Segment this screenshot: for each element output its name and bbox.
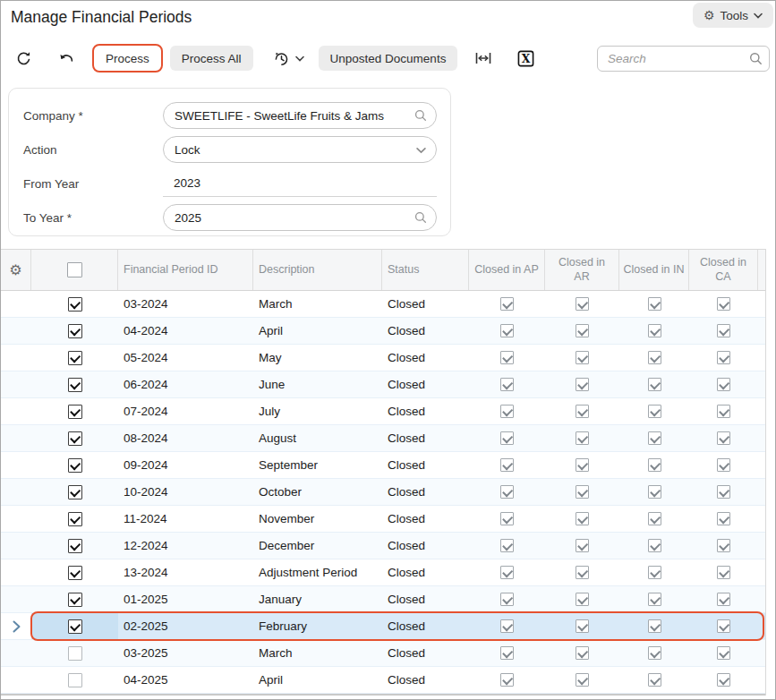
export-excel-button[interactable]: X — [516, 48, 536, 69]
row-checkbox[interactable] — [68, 619, 82, 634]
schedule-dropdown-button[interactable] — [294, 54, 306, 64]
select-all-checkbox[interactable] — [67, 262, 82, 277]
cell-closed-in-in — [619, 640, 689, 666]
closed-in-in-checkbox — [648, 431, 661, 445]
table-row[interactable]: 03-2025 March Closed — [1, 640, 765, 667]
schedule-icon — [273, 50, 290, 67]
table-row[interactable]: 08-2024 August Closed — [1, 425, 765, 452]
grid-settings-button[interactable]: ⚙ — [1, 250, 31, 290]
cell-description: June — [253, 371, 382, 397]
cell-description: March — [253, 640, 382, 666]
row-select-cell[interactable] — [31, 640, 118, 666]
column-header-description[interactable]: Description — [253, 250, 382, 290]
row-checkbox[interactable] — [68, 458, 82, 473]
to-year-input[interactable] — [163, 204, 437, 231]
schedule-button[interactable] — [271, 48, 292, 69]
table-row[interactable]: 11-2024 November Closed — [1, 506, 765, 533]
row-select-cell[interactable] — [31, 586, 118, 612]
row-checkbox[interactable] — [68, 378, 82, 392]
row-checkbox[interactable] — [68, 431, 82, 446]
company-label: Company * — [23, 109, 163, 123]
lookup-icon[interactable] — [414, 211, 427, 224]
cell-closed-in-ap — [469, 291, 545, 317]
process-all-button[interactable]: Process All — [170, 46, 253, 71]
cell-closed-in-ca — [689, 371, 758, 397]
row-select-cell[interactable] — [31, 667, 118, 693]
table-row[interactable]: 13-2024 Adjustment Period Closed — [1, 559, 765, 586]
row-select-cell[interactable] — [31, 318, 118, 344]
grid-body: 03-2024 March Closed 04-2024 April Close… — [1, 291, 765, 694]
table-row[interactable]: 01-2025 January Closed — [1, 586, 765, 613]
closed-in-ar-checkbox — [576, 593, 589, 606]
row-select-cell[interactable] — [31, 479, 118, 505]
action-select[interactable]: Lock — [163, 136, 437, 163]
tools-button[interactable]: ⚙ Tools — [693, 3, 773, 28]
row-select-cell[interactable] — [31, 345, 118, 371]
row-checkbox[interactable] — [68, 566, 82, 580]
cell-description: July — [253, 398, 382, 424]
closed-in-in-checkbox — [648, 619, 661, 633]
row-select-cell[interactable] — [31, 506, 118, 532]
table-row[interactable]: 07-2024 July Closed — [1, 398, 765, 425]
table-row[interactable]: 12-2024 December Closed — [1, 533, 765, 559]
filter-panel: Company * Action Lock From Year 2023 To … — [8, 88, 451, 236]
cell-closed-in-ca — [689, 506, 758, 532]
table-row[interactable]: 04-2025 April Closed — [1, 667, 765, 694]
row-select-cell[interactable] — [31, 425, 118, 451]
cell-closed-in-ar — [545, 559, 619, 585]
row-checkbox[interactable] — [68, 539, 82, 553]
row-select-cell[interactable] — [31, 613, 118, 639]
column-header-closed-in-ca[interactable]: Closed in CA — [689, 250, 758, 290]
column-header-financial-period-id[interactable]: Financial Period ID — [118, 250, 253, 290]
row-checkbox[interactable] — [68, 673, 82, 687]
column-header-status[interactable]: Status — [382, 250, 469, 290]
row-checkbox[interactable] — [68, 646, 82, 661]
cell-financial-period-id: 01-2025 — [118, 586, 253, 612]
row-checkbox[interactable] — [68, 593, 82, 607]
table-row[interactable]: 02-2025 February Closed — [1, 613, 765, 640]
closed-in-ca-checkbox — [717, 297, 730, 311]
cell-closed-in-ar — [545, 371, 619, 397]
cell-closed-in-ap — [469, 371, 545, 397]
row-select-cell[interactable] — [31, 398, 118, 424]
cell-closed-in-in — [619, 506, 689, 532]
cell-financial-period-id: 03-2024 — [118, 291, 253, 317]
column-header-closed-in-ap[interactable]: Closed in AP — [469, 250, 545, 290]
unposted-documents-button[interactable]: Unposted Documents — [319, 46, 458, 71]
table-row[interactable]: 04-2024 April Closed — [1, 318, 765, 345]
row-checkbox[interactable] — [68, 297, 82, 312]
process-button[interactable]: Process — [92, 44, 163, 73]
cell-closed-in-ca — [689, 640, 758, 666]
cell-closed-in-in — [619, 398, 689, 424]
table-row[interactable]: 10-2024 October Closed — [1, 479, 765, 506]
search-input[interactable] — [597, 46, 770, 72]
cell-description: Adjustment Period — [253, 559, 382, 585]
row-checkbox[interactable] — [68, 405, 82, 419]
row-select-cell[interactable] — [31, 452, 118, 478]
fit-width-button[interactable] — [473, 49, 493, 67]
row-select-cell[interactable] — [31, 291, 118, 317]
cell-closed-in-ap — [469, 345, 545, 371]
row-select-cell[interactable] — [31, 559, 118, 585]
closed-in-ar-checkbox — [576, 619, 589, 633]
row-checkbox[interactable] — [68, 485, 82, 499]
row-checkbox[interactable] — [68, 512, 82, 526]
row-checkbox[interactable] — [68, 324, 82, 338]
refresh-button[interactable] — [13, 48, 34, 69]
table-row[interactable]: 03-2024 March Closed — [1, 291, 765, 318]
row-select-cell[interactable] — [31, 533, 118, 559]
table-row[interactable]: 06-2024 June Closed — [1, 371, 765, 398]
closed-in-ca-checkbox — [717, 646, 730, 660]
select-all-cell[interactable] — [31, 250, 118, 290]
column-header-closed-in-in[interactable]: Closed in IN — [619, 250, 689, 290]
lookup-icon[interactable] — [414, 109, 427, 122]
row-checkbox[interactable] — [68, 351, 82, 365]
table-row[interactable]: 05-2024 May Closed — [1, 345, 765, 371]
cell-closed-in-ap — [469, 506, 545, 532]
undo-button[interactable] — [56, 48, 77, 69]
row-select-cell[interactable] — [31, 371, 118, 397]
column-header-closed-in-ar[interactable]: Closed in AR — [545, 250, 619, 290]
table-row[interactable]: 09-2024 September Closed — [1, 452, 765, 479]
company-input[interactable] — [163, 102, 437, 129]
cell-financial-period-id: 09-2024 — [118, 452, 253, 478]
